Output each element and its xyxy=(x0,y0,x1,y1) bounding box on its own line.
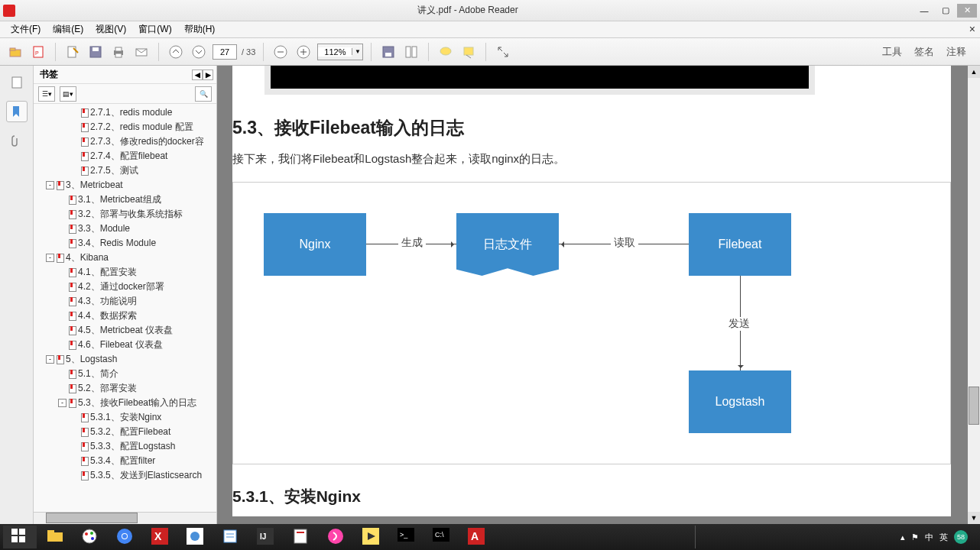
tree-horizontal-scrollbar[interactable] xyxy=(34,512,216,524)
highlight-icon[interactable] xyxy=(459,43,478,61)
sidebar-next-icon[interactable]: ▶ xyxy=(203,70,213,80)
scroll-up-icon[interactable]: ▲ xyxy=(968,66,980,78)
menu-view[interactable]: 视图(V) xyxy=(89,21,132,37)
bookmark-item[interactable]: 4.5、Metricbeat 仪表盘 xyxy=(34,323,216,338)
bookmark-item[interactable]: 2.7.4、配置filebeat xyxy=(34,149,216,163)
menu-help[interactable]: 帮助(H) xyxy=(178,21,222,37)
maximize-button[interactable]: ▢ xyxy=(936,4,956,18)
page-up-icon[interactable] xyxy=(167,43,185,61)
bookmarks-tab-icon[interactable] xyxy=(6,101,28,122)
bookmark-label: 4.2、通过docker部署 xyxy=(78,280,164,293)
sidebar-prev-icon[interactable]: ◀ xyxy=(192,70,203,80)
page-down-icon[interactable] xyxy=(190,43,208,61)
delete-bookmark-icon[interactable]: 🔍 xyxy=(195,86,212,102)
open-icon[interactable] xyxy=(6,43,24,61)
minimize-button[interactable]: — xyxy=(914,4,934,18)
menu-window[interactable]: 窗口(W) xyxy=(132,21,177,37)
bookmark-item[interactable]: -5、Logstash xyxy=(34,352,216,367)
document-scrollbar[interactable]: ▲ ▼ xyxy=(968,66,980,524)
ime-indicator-1[interactable]: 中 xyxy=(925,532,933,543)
scrollbar-thumb[interactable] xyxy=(969,387,979,425)
bookmark-item[interactable]: -5.3、接收Filebeat输入的日志 xyxy=(34,396,216,410)
bookmark-item[interactable]: 3.4、Redis Module xyxy=(34,236,216,251)
bookmark-item[interactable]: 4.2、通过docker部署 xyxy=(34,280,216,294)
terminal-icon-1[interactable]: >_ xyxy=(390,526,423,548)
chrome-icon[interactable] xyxy=(109,526,142,548)
bookmark-item[interactable]: 5.3.5、发送到Elasticsearch xyxy=(34,468,216,483)
menu-edit[interactable]: 编辑(E) xyxy=(47,21,89,37)
bookmark-item[interactable]: -3、Metricbeat xyxy=(34,178,216,192)
new-bookmark-icon[interactable]: ▤▾ xyxy=(60,86,76,102)
save-copy-icon[interactable] xyxy=(379,43,398,61)
bookmark-item[interactable]: 3.2、部署与收集系统指标 xyxy=(34,207,216,222)
thumbnails-tab-icon[interactable] xyxy=(6,72,28,93)
tree-toggle-icon[interactable]: - xyxy=(46,254,54,262)
zoom-dropdown-icon[interactable]: ▼ xyxy=(352,48,362,55)
menu-close-button[interactable]: × xyxy=(969,23,975,35)
tray-badge[interactable]: 58 xyxy=(954,530,968,544)
tree-toggle-icon[interactable]: - xyxy=(46,181,54,189)
bookmark-tree[interactable]: 2.7.1、redis module2.7.2、redis module 配置2… xyxy=(34,104,216,512)
zoom-input[interactable] xyxy=(318,47,352,57)
paint-icon[interactable] xyxy=(73,526,107,548)
comment-icon[interactable] xyxy=(436,43,455,61)
bookmark-item[interactable]: 4.6、Filebeat 仪表盘 xyxy=(34,338,216,352)
bookmark-item[interactable]: 3.3、Module xyxy=(34,222,216,236)
save-icon[interactable] xyxy=(86,43,105,61)
bookmark-item[interactable]: 2.7.2、redis module 配置 xyxy=(34,120,216,134)
view-mode-icon[interactable] xyxy=(402,43,420,61)
sidebar-options-icon[interactable]: ☰▾ xyxy=(38,86,55,102)
attachments-tab-icon[interactable] xyxy=(6,130,28,151)
print-icon[interactable] xyxy=(109,43,128,61)
comment-button[interactable]: 注释 xyxy=(946,45,966,59)
bookmark-label: 3、Metricbeat xyxy=(66,179,123,192)
tree-toggle-icon[interactable]: - xyxy=(46,355,54,364)
zoom-in-icon[interactable] xyxy=(294,43,313,61)
ime-indicator-2[interactable]: 英 xyxy=(939,532,948,543)
editplus-icon[interactable] xyxy=(284,526,318,548)
bookmark-item[interactable]: 5.3.1、安装Nginx xyxy=(34,410,216,425)
terminal-icon-2[interactable]: C:\ xyxy=(425,526,459,548)
tray-up-icon[interactable]: ▴ xyxy=(900,532,905,542)
bookmark-item[interactable]: 2.7.1、redis module xyxy=(34,105,216,120)
sign-button[interactable]: 签名 xyxy=(914,45,934,59)
email-icon[interactable] xyxy=(132,43,151,61)
tools-button[interactable]: 工具 xyxy=(882,45,902,59)
bookmark-item[interactable]: 5.3.3、配置Logstash xyxy=(34,439,216,454)
scroll-down-icon[interactable]: ▼ xyxy=(968,512,980,524)
zoom-out-icon[interactable] xyxy=(271,43,290,61)
todo-icon[interactable] xyxy=(214,526,248,548)
svg-rect-20 xyxy=(385,53,391,57)
bookmark-item[interactable]: 4.1、配置安装 xyxy=(34,265,216,280)
edit-icon[interactable] xyxy=(63,43,82,61)
bookmark-item[interactable]: 2.7.3、修改redis的docker容 xyxy=(34,134,216,149)
code-block-bottom xyxy=(264,66,815,95)
bookmark-item[interactable]: 5.3.2、配置Filebeat xyxy=(34,425,216,439)
intellij-icon[interactable]: IJ xyxy=(249,526,283,548)
bookmark-item[interactable]: 2.7.5、测试 xyxy=(34,163,216,178)
menu-file[interactable]: 文件(F) xyxy=(5,21,47,37)
bookmark-item[interactable]: 4.3、功能说明 xyxy=(34,294,216,309)
tray-flag-icon[interactable]: ⚑ xyxy=(911,532,919,542)
potplayer-icon[interactable] xyxy=(355,526,388,548)
bookmark-item[interactable]: -4、Kibana xyxy=(34,251,216,265)
tree-toggle-icon[interactable]: - xyxy=(58,399,67,407)
document-area[interactable]: 5.3、接收Filebeat输入的日志 接下来，我们将Filebeat和Logs… xyxy=(217,66,980,524)
app-icon-1[interactable] xyxy=(179,526,213,548)
scrollbar-thumb[interactable] xyxy=(46,513,138,523)
app-icon-2[interactable] xyxy=(320,526,353,548)
zoom-select[interactable]: ▼ xyxy=(317,44,363,60)
bookmark-item[interactable]: 3.1、Metricbeat组成 xyxy=(34,192,216,207)
close-button[interactable]: ✕ xyxy=(957,4,977,18)
bookmark-item[interactable]: 4.4、数据探索 xyxy=(34,309,216,323)
bookmark-item[interactable]: 5.2、部署安装 xyxy=(34,381,216,396)
xshell-icon[interactable]: X xyxy=(144,526,177,548)
start-button[interactable] xyxy=(3,526,37,548)
explorer-icon[interactable] xyxy=(38,526,72,548)
create-pdf-icon[interactable]: P xyxy=(29,43,47,61)
fullscreen-icon[interactable] xyxy=(494,43,512,61)
adobe-reader-icon[interactable]: A xyxy=(460,526,494,548)
bookmark-item[interactable]: 5.3.4、配置filter xyxy=(34,454,216,468)
page-number-input[interactable] xyxy=(213,44,237,60)
bookmark-item[interactable]: 5.1、简介 xyxy=(34,367,216,381)
